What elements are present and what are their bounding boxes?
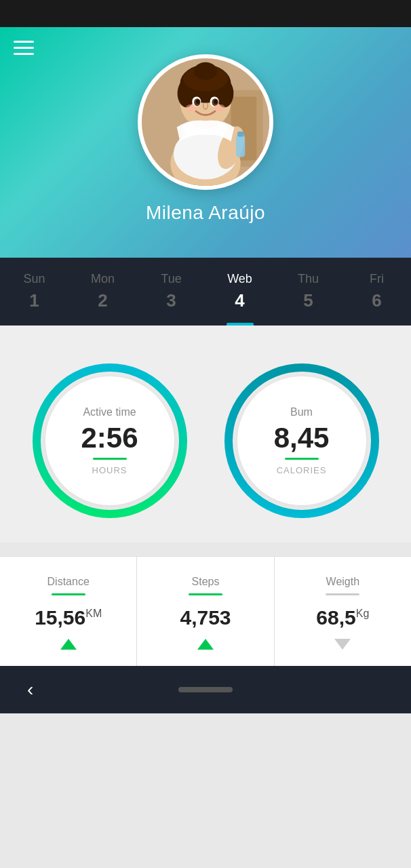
- weight-label: Weigth: [326, 576, 360, 588]
- burn-inner: Bum 8,45 CALORIES: [237, 376, 366, 505]
- distance-value: 15,56KM: [35, 606, 102, 629]
- burn-value: 8,45: [274, 424, 330, 452]
- day-label-thu: Thu: [298, 272, 319, 286]
- day-label-fri: Fri: [370, 272, 384, 286]
- status-bar: [0, 0, 411, 27]
- day-num-thu: 5: [303, 290, 313, 311]
- weight-value: 68,5Kg: [316, 606, 369, 629]
- day-num-tue: 3: [166, 290, 176, 311]
- user-name: Milena Araújo: [146, 202, 265, 224]
- burn-label: Bum: [290, 406, 313, 418]
- day-mon[interactable]: Mon 2: [68, 258, 137, 326]
- day-label-mon: Mon: [91, 272, 115, 286]
- day-num-web: 4: [235, 290, 244, 311]
- svg-point-23: [214, 104, 225, 112]
- day-picker: Sun 1 Mon 2 Tue 3 Web 4 Thu 5 Fri 6: [0, 258, 411, 326]
- day-num-fri: 6: [372, 290, 381, 311]
- distance-label: Distance: [47, 576, 90, 588]
- back-button[interactable]: ‹: [27, 680, 33, 699]
- bottom-bar: ‹: [0, 666, 411, 713]
- distance-arrow-up: [60, 639, 77, 650]
- svg-point-20: [196, 100, 200, 104]
- day-sun[interactable]: Sun 1: [0, 258, 68, 326]
- avatar: [138, 54, 273, 190]
- active-time-inner: Active time 2:56 HOURS: [45, 376, 174, 505]
- day-web[interactable]: Web 4: [206, 258, 274, 326]
- burn-ring: Bum 8,45 CALORIES: [220, 359, 383, 522]
- day-label-web: Web: [227, 272, 252, 286]
- day-label-sun: Sun: [23, 272, 45, 286]
- burn-divider: [285, 458, 319, 460]
- active-time-value: 2:56: [81, 424, 138, 452]
- home-indicator[interactable]: [178, 687, 233, 692]
- active-time-unit: HOURS: [92, 465, 128, 475]
- distance-underline: [52, 593, 85, 595]
- svg-point-15: [194, 62, 217, 80]
- active-time-ring: Active time 2:56 HOURS: [28, 359, 191, 522]
- steps-label: Steps: [192, 576, 220, 588]
- steps-underline: [189, 593, 222, 595]
- header: Milena Araújo: [0, 27, 411, 258]
- day-fri[interactable]: Fri 6: [342, 258, 411, 326]
- weight-arrow-down: [334, 639, 351, 650]
- active-time-divider: [93, 458, 127, 460]
- active-time-label: Active time: [83, 406, 136, 418]
- day-num-sun: 1: [29, 290, 39, 311]
- svg-point-22: [186, 104, 197, 112]
- svg-rect-8: [237, 132, 243, 137]
- metric-weight: Weigth 68,5Kg: [275, 557, 411, 666]
- day-tue[interactable]: Tue 3: [137, 258, 206, 326]
- steps-value: 4,753: [180, 606, 231, 629]
- burn-unit: CALORIES: [277, 465, 327, 475]
- svg-rect-7: [236, 135, 245, 157]
- day-num-mon: 2: [98, 290, 107, 311]
- metrics-section: Distance 15,56KM Steps 4,753 Weigth 68,5…: [0, 556, 411, 666]
- weight-underline: [326, 593, 359, 595]
- svg-point-21: [214, 100, 218, 104]
- menu-button[interactable]: [14, 41, 34, 55]
- day-thu[interactable]: Thu 5: [274, 258, 342, 326]
- day-label-tue: Tue: [161, 272, 181, 286]
- stats-section: Active time 2:56 HOURS Bum 8,45 CALORIES: [0, 326, 411, 542]
- metric-distance: Distance 15,56KM: [0, 557, 137, 666]
- metric-steps: Steps 4,753: [137, 557, 274, 666]
- steps-arrow-up: [197, 639, 214, 650]
